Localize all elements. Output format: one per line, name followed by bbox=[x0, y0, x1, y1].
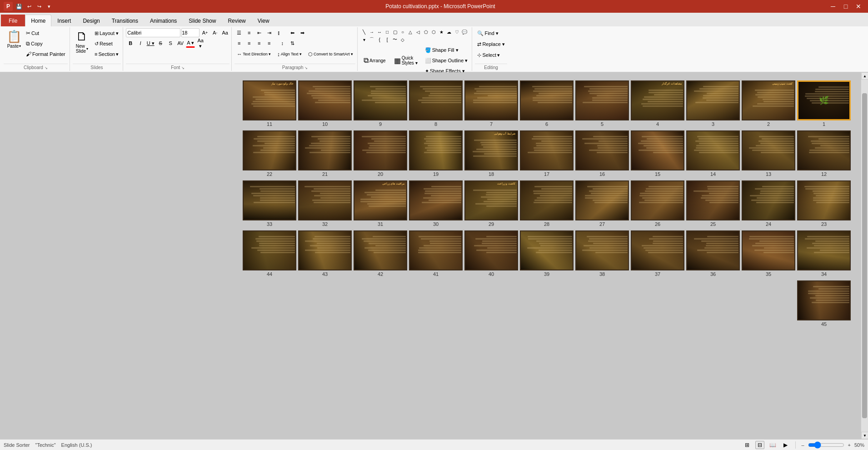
slide-thumb-3[interactable] bbox=[686, 80, 740, 120]
tab-design[interactable]: Design bbox=[77, 15, 105, 26]
slide-thumb-5[interactable] bbox=[575, 80, 629, 120]
justify-button[interactable]: ≡ bbox=[264, 39, 274, 48]
slide-thumb-7[interactable] bbox=[464, 80, 518, 120]
slide-item-37[interactable]: 37 bbox=[631, 230, 684, 277]
slide-item-35[interactable]: 35 bbox=[742, 230, 795, 277]
text-shadow-button[interactable]: S bbox=[166, 39, 175, 48]
zoom-out-button[interactable]: – bbox=[801, 442, 804, 448]
spacing-button[interactable]: ⇅ bbox=[288, 39, 297, 48]
slide-thumb-15[interactable] bbox=[631, 130, 684, 170]
slide-thumb-2[interactable]: کشت سیب زمینی bbox=[742, 80, 795, 120]
underline-button[interactable]: U ▾ bbox=[146, 39, 155, 48]
bullets-button[interactable]: ☰ bbox=[234, 28, 244, 37]
slide-thumb-34[interactable] bbox=[797, 230, 851, 270]
align-text-button[interactable]: ↨ Align Text ▾ bbox=[275, 49, 304, 59]
slide-thumb-24[interactable] bbox=[742, 180, 795, 220]
shape-rrect[interactable]: ▢ bbox=[391, 28, 399, 35]
slide-item-27[interactable]: 27 bbox=[575, 180, 629, 227]
slide-item-25[interactable]: 25 bbox=[686, 180, 740, 227]
char-spacing-button[interactable]: AV bbox=[176, 39, 185, 48]
slide-sorter[interactable]: 🌿1کشت سیب زمینی23مشاهدات اثرگذار45678910… bbox=[0, 72, 861, 439]
slide-thumb-8[interactable] bbox=[409, 80, 463, 120]
slide-item-10[interactable]: 10 bbox=[298, 80, 352, 127]
slide-item-28[interactable]: 28 bbox=[520, 180, 574, 227]
tab-review[interactable]: Review bbox=[222, 15, 251, 26]
increase-indent-button[interactable]: ⇥ bbox=[264, 28, 274, 37]
slide-item-14[interactable]: 14 bbox=[686, 130, 740, 177]
shape-pentagon[interactable]: ⬠ bbox=[422, 28, 429, 35]
align-right-button[interactable]: ≡ bbox=[254, 39, 264, 48]
format-painter-button[interactable]: 🖌 Format Painter bbox=[24, 49, 68, 59]
rtl-button[interactable]: ⬅ bbox=[288, 28, 297, 37]
arrange-button[interactable]: ⧉ Arrange bbox=[360, 55, 389, 66]
slide-thumb-16[interactable] bbox=[575, 130, 629, 170]
slide-thumb-38[interactable] bbox=[575, 230, 629, 270]
slide-thumb-4[interactable]: مشاهدات اثرگذار bbox=[631, 80, 684, 120]
line-spacing-button[interactable]: ↕ bbox=[278, 39, 287, 48]
section-button[interactable]: ≡ Section ▾ bbox=[92, 49, 121, 59]
slide-item-8[interactable]: 8 bbox=[409, 80, 463, 127]
slide-item-30[interactable]: 30 bbox=[409, 180, 463, 227]
redo-button[interactable]: ↪ bbox=[35, 2, 44, 11]
customize-qat-button[interactable]: ▾ bbox=[45, 2, 54, 11]
shape-arrow[interactable]: → bbox=[368, 28, 375, 35]
slide-item-23[interactable]: 23 bbox=[797, 180, 851, 227]
slide-item-2[interactable]: کشت سیب زمینی2 bbox=[742, 80, 795, 127]
slide-item-39[interactable]: 39 bbox=[520, 230, 574, 277]
zoom-in-button[interactable]: + bbox=[848, 442, 851, 448]
slide-thumb-13[interactable] bbox=[742, 130, 795, 170]
shape-arc[interactable]: ⌒ bbox=[368, 36, 375, 43]
shape-dbl-arrow[interactable]: ↔ bbox=[376, 28, 383, 35]
tab-view[interactable]: View bbox=[252, 15, 275, 26]
slide-item-45[interactable]: 45 bbox=[797, 280, 851, 327]
slide-item-11[interactable]: خاک وکود مورد نیاز11 bbox=[243, 80, 296, 127]
slide-thumb-23[interactable] bbox=[797, 180, 851, 220]
slide-thumb-29[interactable]: کاشت و زراعت bbox=[464, 180, 518, 220]
slide-thumb-40[interactable] bbox=[464, 230, 518, 270]
shape-star[interactable]: ★ bbox=[438, 28, 445, 35]
slide-thumb-21[interactable] bbox=[298, 130, 352, 170]
shape-rect[interactable]: □ bbox=[384, 28, 391, 35]
slide-item-5[interactable]: 5 bbox=[575, 80, 629, 127]
slide-thumb-22[interactable] bbox=[243, 130, 296, 170]
clear-format-button[interactable]: Aa bbox=[220, 28, 229, 37]
slide-item-3[interactable]: 3 bbox=[686, 80, 740, 127]
slide-item-7[interactable]: 7 bbox=[464, 80, 518, 127]
scrollbar-vertical[interactable]: ▲ ▼ bbox=[861, 72, 868, 439]
italic-button[interactable]: I bbox=[136, 39, 145, 48]
slide-item-1[interactable]: 🌿1 bbox=[797, 80, 851, 127]
slide-thumb-10[interactable] bbox=[298, 80, 352, 120]
normal-view-button[interactable]: ⊞ bbox=[743, 441, 752, 449]
slide-item-19[interactable]: 19 bbox=[409, 130, 463, 177]
shape-wave[interactable]: 〜 bbox=[391, 36, 399, 43]
slide-thumb-12[interactable] bbox=[797, 130, 851, 170]
copy-button[interactable]: ⧉ Copy bbox=[24, 39, 68, 49]
minimize-button[interactable]: ─ bbox=[827, 2, 839, 11]
slide-item-12[interactable]: 12 bbox=[797, 130, 851, 177]
cut-button[interactable]: ✂ Cut bbox=[24, 28, 68, 38]
slide-thumb-36[interactable] bbox=[686, 230, 740, 270]
text-direction-button[interactable]: ↔ Text Direction ▾ bbox=[234, 49, 273, 59]
new-slide-button[interactable]: 🗋 NewSlide ▾ bbox=[73, 28, 91, 55]
undo-button[interactable]: ↩ bbox=[25, 2, 34, 11]
tab-transitions[interactable]: Transitions bbox=[106, 15, 144, 26]
shape-line[interactable]: ╲ bbox=[360, 28, 368, 35]
paste-button[interactable]: 📋 Paste ▾ bbox=[4, 28, 23, 50]
slide-item-26[interactable]: 26 bbox=[631, 180, 684, 227]
slide-item-20[interactable]: 20 bbox=[354, 130, 407, 177]
maximize-button[interactable]: □ bbox=[840, 2, 852, 11]
zoom-slider[interactable] bbox=[808, 441, 844, 449]
increase-font-button[interactable]: A+ bbox=[200, 28, 210, 37]
slide-thumb-39[interactable] bbox=[520, 230, 574, 270]
font-color-button[interactable]: A ▾ bbox=[186, 39, 195, 48]
shape-brace[interactable]: { bbox=[376, 36, 383, 43]
slide-sorter-view-button[interactable]: ⊟ bbox=[755, 441, 764, 449]
slide-thumb-19[interactable] bbox=[409, 130, 463, 170]
slide-thumb-45[interactable] bbox=[797, 280, 851, 320]
bold-button[interactable]: B bbox=[126, 39, 135, 48]
font-case-button[interactable]: Aa ▾ bbox=[196, 39, 205, 48]
slide-thumb-32[interactable] bbox=[298, 180, 352, 220]
slide-item-13[interactable]: 13 bbox=[742, 130, 795, 177]
columns-button[interactable]: ⫿ bbox=[274, 28, 284, 37]
slide-thumb-6[interactable] bbox=[520, 80, 574, 120]
